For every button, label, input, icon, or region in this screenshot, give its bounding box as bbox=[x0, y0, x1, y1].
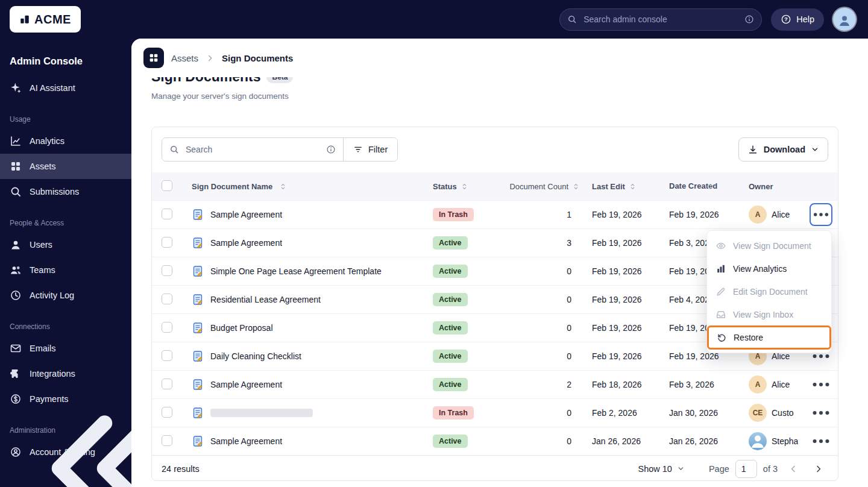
filter-button[interactable]: Filter bbox=[344, 138, 397, 161]
sort-icon[interactable] bbox=[629, 183, 637, 190]
column-header-owner[interactable]: Owner bbox=[740, 182, 804, 191]
download-label: Download bbox=[764, 145, 805, 154]
menu-item-label: Edit Sign Document bbox=[733, 287, 808, 297]
document-name[interactable]: Budget Proposal bbox=[210, 323, 273, 333]
document-count: 0 bbox=[509, 266, 585, 276]
table-search-input[interactable] bbox=[184, 144, 321, 155]
user-avatar[interactable] bbox=[833, 8, 856, 31]
sidebar-item-analytics[interactable]: Analytics bbox=[0, 128, 131, 154]
last-edit: Feb 19, 2026 bbox=[585, 351, 662, 361]
last-edit: Feb 2, 2026 bbox=[585, 408, 662, 418]
grid-icon bbox=[10, 160, 22, 172]
document-count: 2 bbox=[509, 380, 585, 389]
sidebar-item-submissions[interactable]: Submissions bbox=[0, 179, 131, 204]
breadcrumb-current: Sign Documents bbox=[222, 53, 293, 63]
row-actions-button[interactable] bbox=[810, 203, 832, 226]
sign-document-icon bbox=[192, 265, 204, 277]
admin-search-input[interactable] bbox=[582, 14, 739, 25]
last-edit: Feb 19, 2026 bbox=[585, 210, 662, 219]
document-name[interactable]: Sample Agreement bbox=[210, 436, 282, 446]
row-checkbox[interactable] bbox=[162, 407, 172, 418]
row-actions-button[interactable] bbox=[810, 430, 832, 453]
row-checkbox[interactable] bbox=[162, 265, 172, 276]
document-name[interactable]: Residential Lease Agreement bbox=[210, 295, 321, 304]
page-size-select[interactable]: Show 10 bbox=[638, 464, 685, 474]
chevron-left-icon bbox=[788, 464, 798, 474]
row-checkbox[interactable] bbox=[162, 379, 172, 389]
column-header-name[interactable]: Sign Document Name bbox=[181, 182, 433, 191]
acme-logo[interactable]: ACME bbox=[10, 6, 81, 33]
sidebar-item-activity-log[interactable]: Activity Log bbox=[0, 283, 131, 308]
document-name[interactable]: Simple One Page Lease Agreement Template bbox=[210, 266, 382, 276]
row-checkbox[interactable] bbox=[162, 237, 172, 248]
download-button[interactable]: Download bbox=[738, 137, 828, 162]
row-actions-button[interactable] bbox=[810, 373, 832, 396]
sidebar-item-teams[interactable]: Teams bbox=[0, 257, 131, 283]
sidebar-item-label: Integrations bbox=[30, 369, 75, 379]
sort-icon[interactable] bbox=[706, 183, 714, 190]
status-badge: Active bbox=[433, 293, 468, 306]
status-badge: In Trash bbox=[433, 406, 474, 419]
document-count: 0 bbox=[509, 436, 585, 446]
row-checkbox[interactable] bbox=[162, 322, 172, 333]
pencil-icon bbox=[715, 286, 726, 297]
document-name[interactable]: Sample Agreement bbox=[210, 210, 282, 219]
table-search[interactable] bbox=[162, 138, 343, 161]
sidebar-collapse[interactable]: Hide bbox=[0, 456, 131, 481]
menu-item-view-analytics[interactable]: View Analytics bbox=[707, 257, 831, 280]
document-name[interactable]: Sample Agreement bbox=[210, 380, 282, 389]
info-icon[interactable] bbox=[326, 145, 336, 154]
document-name[interactable]: Daily Cleaning Checklist bbox=[210, 351, 301, 361]
document-count: 0 bbox=[509, 351, 585, 361]
status-badge: Active bbox=[433, 350, 468, 363]
owner-avatar: A bbox=[749, 375, 767, 394]
select-all-checkbox[interactable] bbox=[162, 180, 172, 191]
sidebar-item-emails[interactable]: Emails bbox=[0, 336, 131, 361]
menu-item-restore[interactable]: Restore bbox=[708, 326, 831, 349]
table-row[interactable]: Sample Agreement Active 0 Jan 26, 2026 J… bbox=[152, 427, 838, 455]
table-row[interactable]: Sample Agreement In Trash 1 Feb 19, 2026… bbox=[152, 200, 838, 228]
sidebar-item-assets[interactable]: Assets bbox=[0, 154, 131, 179]
search-icon bbox=[10, 186, 22, 198]
sort-icon[interactable] bbox=[461, 183, 468, 190]
sidebar-item-users[interactable]: Users bbox=[0, 232, 131, 257]
table-row[interactable]: Sample Agreement Active 2 Feb 18, 2026 F… bbox=[152, 370, 838, 398]
status-badge: Active bbox=[433, 236, 468, 250]
person-icon bbox=[837, 13, 852, 28]
next-page-button[interactable] bbox=[809, 459, 828, 479]
column-header-count[interactable]: Document Count bbox=[509, 182, 585, 191]
row-actions-button[interactable] bbox=[810, 401, 832, 424]
sidebar: Admin Console AI Assistant Usage Analyti… bbox=[0, 39, 131, 487]
search-icon bbox=[169, 145, 179, 154]
search-icon bbox=[567, 14, 577, 24]
envelope-icon bbox=[10, 342, 22, 354]
breadcrumb-parent[interactable]: Assets bbox=[171, 53, 198, 63]
sidebar-item-ai-assistant[interactable]: AI Assistant bbox=[0, 75, 131, 101]
help-button[interactable]: ? Help bbox=[771, 8, 824, 31]
page-number-input[interactable] bbox=[735, 460, 757, 478]
admin-search[interactable] bbox=[559, 8, 762, 31]
table-row[interactable]: In Trash 0 Feb 2, 2026 Jan 30, 2026 CE C… bbox=[152, 398, 838, 427]
sort-icon[interactable] bbox=[279, 183, 287, 190]
column-label: Date Created bbox=[669, 181, 703, 191]
last-edit: Feb 19, 2026 bbox=[585, 266, 662, 276]
document-name[interactable]: Sample Agreement bbox=[210, 238, 282, 248]
sidebar-item-label: Users bbox=[30, 240, 52, 250]
info-icon[interactable] bbox=[744, 14, 754, 24]
row-checkbox[interactable] bbox=[162, 294, 172, 304]
previous-page-button[interactable] bbox=[784, 459, 803, 479]
sidebar-item-label: Submissions bbox=[30, 187, 79, 196]
search-filter-group: Filter bbox=[162, 137, 398, 162]
column-header-date-created[interactable]: Date Created bbox=[662, 181, 740, 191]
sign-document-icon bbox=[192, 379, 204, 391]
owner-avatar: A bbox=[749, 206, 767, 224]
row-checkbox[interactable] bbox=[162, 350, 172, 361]
sidebar-section-connections: Connections bbox=[0, 308, 131, 336]
sort-icon[interactable] bbox=[572, 183, 580, 190]
column-header-status[interactable]: Status bbox=[433, 182, 509, 191]
sparkle-icon bbox=[10, 82, 22, 94]
row-checkbox[interactable] bbox=[162, 435, 172, 446]
document-count: 0 bbox=[509, 295, 585, 304]
column-header-last-edit[interactable]: Last Edit bbox=[585, 182, 662, 191]
row-checkbox[interactable] bbox=[162, 209, 172, 219]
